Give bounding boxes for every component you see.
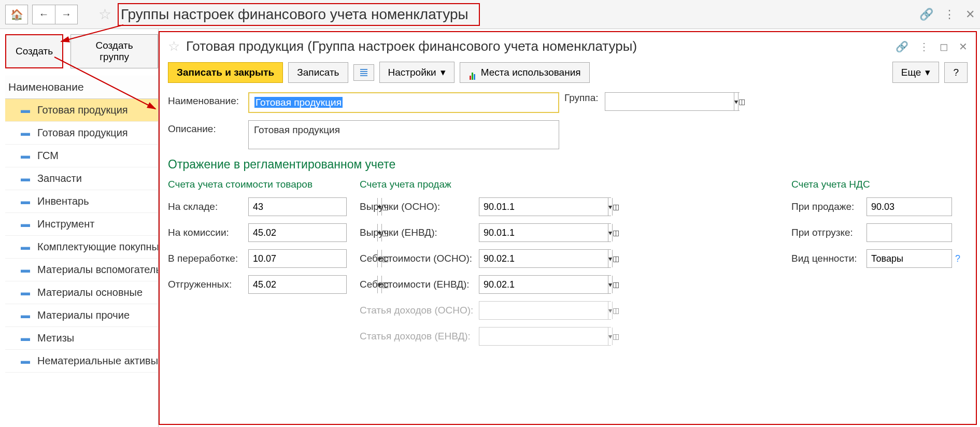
link-icon[interactable]: 🔗 xyxy=(919,8,933,21)
account-input[interactable] xyxy=(867,198,977,216)
combo-open-icon[interactable]: ◫ xyxy=(612,302,619,319)
list-item-label: Инструмент xyxy=(37,218,94,230)
account-input[interactable] xyxy=(867,250,977,267)
form-link-icon[interactable]: 🔗 xyxy=(896,40,908,53)
list-item[interactable]: ▬Метизы xyxy=(5,327,158,350)
item-dash-icon: ▬ xyxy=(21,173,30,184)
combo-dropdown-icon[interactable]: ▾ xyxy=(608,328,612,345)
list-icon-button[interactable] xyxy=(353,64,374,81)
account-input[interactable] xyxy=(249,198,377,216)
combo-dropdown-icon[interactable]: ▾ xyxy=(608,302,612,319)
list-item[interactable]: ▬Готовая продукция xyxy=(5,122,158,145)
col2-title: Счета учета продаж xyxy=(360,179,619,190)
combo-dropdown-icon[interactable]: ▾ xyxy=(608,276,612,293)
list-item-label: Материалы вспомогательные xyxy=(37,264,158,276)
list-item-label: Готовая продукция xyxy=(37,127,128,139)
account-input[interactable] xyxy=(479,224,608,241)
account-label: На комиссии: xyxy=(168,227,248,238)
account-label: На складе: xyxy=(168,201,248,212)
item-dash-icon: ▬ xyxy=(21,355,30,366)
form-title: Готовая продукция (Группа настроек финан… xyxy=(186,38,896,54)
list-item[interactable]: ▬Инструмент xyxy=(5,213,158,236)
combo-dropdown-icon[interactable]: ▾ xyxy=(608,198,612,216)
list-item-label: Материалы основные xyxy=(37,287,143,298)
combo-dropdown-icon[interactable]: ▾ xyxy=(734,93,738,110)
create-group-button[interactable]: Создать группу xyxy=(70,34,158,68)
list-item[interactable]: ▬Инвентарь xyxy=(5,190,158,213)
more-button[interactable]: Еще ▾ xyxy=(892,62,940,83)
account-label: В переработке: xyxy=(168,253,248,264)
section-title: Отражение в регламентированном учете xyxy=(168,158,968,172)
combo-open-icon[interactable]: ◫ xyxy=(612,224,619,241)
form-close-icon[interactable]: ✕ xyxy=(959,40,968,53)
account-label: Себестоимости (ОСНО): xyxy=(360,253,479,264)
list-item[interactable]: ▬Материалы вспомогательные xyxy=(5,259,158,281)
account-input[interactable] xyxy=(867,224,977,241)
account-input[interactable] xyxy=(479,198,608,216)
item-dash-icon: ▬ xyxy=(21,333,30,344)
form-kebab-icon[interactable]: ⋮ xyxy=(919,40,929,53)
list-item-label: Запчасти xyxy=(37,173,82,184)
combo-open-icon[interactable]: ◫ xyxy=(612,198,619,216)
item-dash-icon: ▬ xyxy=(21,196,30,207)
list-item-label: Нематериальные активы xyxy=(37,355,158,367)
account-label: При отгрузке: xyxy=(791,227,867,238)
desc-label: Описание: xyxy=(168,120,248,135)
list-item-label: Материалы прочие xyxy=(37,309,130,321)
help-button[interactable]: ? xyxy=(944,62,968,83)
combo-dropdown-icon[interactable]: ▾ xyxy=(608,250,612,267)
list-item[interactable]: ▬Материалы прочие xyxy=(5,304,158,327)
combo-open-icon[interactable]: ◫ xyxy=(612,276,619,293)
left-panel: Создать Создать группу Наименование ▬Гот… xyxy=(0,29,159,427)
list-item[interactable]: ▬Запчасти xyxy=(5,167,158,190)
account-label: Статья доходов (ОСНО): xyxy=(360,305,479,316)
combo-open-icon[interactable]: ◫ xyxy=(612,328,619,345)
chevron-down-icon: ▾ xyxy=(925,66,930,78)
account-label: Себестоимости (ЕНВД): xyxy=(360,279,479,290)
save-close-button[interactable]: Записать и закрыть xyxy=(168,62,283,83)
kebab-icon[interactable]: ⋮ xyxy=(944,8,955,21)
list-item[interactable]: ▬Готовая продукция xyxy=(5,99,158,122)
account-input[interactable] xyxy=(479,302,608,319)
account-input[interactable] xyxy=(479,276,608,293)
group-input[interactable] xyxy=(605,93,734,110)
account-input[interactable] xyxy=(249,250,377,267)
list-item[interactable]: ▬Комплектующие покупные xyxy=(5,236,158,259)
combo-dropdown-icon[interactable]: ▾ xyxy=(608,224,612,241)
combo-open-icon[interactable]: ◫ xyxy=(612,250,619,267)
save-button[interactable]: Записать xyxy=(288,62,348,83)
name-input[interactable]: Готовая продукция xyxy=(248,92,559,113)
lines-icon xyxy=(360,69,367,76)
list-header[interactable]: Наименование xyxy=(5,76,158,99)
list-item[interactable]: ▬Нематериальные активы xyxy=(5,350,158,373)
create-button[interactable]: Создать xyxy=(5,34,63,68)
list-item-label: Метизы xyxy=(37,332,74,344)
list-item[interactable]: ▬ГСМ xyxy=(5,145,158,167)
list-item-label: ГСМ xyxy=(37,150,59,162)
settings-button[interactable]: Настройки ▾ xyxy=(379,62,455,83)
item-dash-icon: ▬ xyxy=(21,150,30,161)
account-label: Выручки (ОСНО): xyxy=(360,201,479,212)
back-button[interactable]: ← xyxy=(32,5,55,24)
list-item-label: Готовая продукция xyxy=(37,104,128,116)
account-input[interactable] xyxy=(479,328,608,345)
home-button[interactable]: 🏠 xyxy=(5,5,28,24)
combo-open-icon[interactable]: ◫ xyxy=(738,93,745,110)
col3-title: Счета учета НДС xyxy=(791,179,968,190)
item-dash-icon: ▬ xyxy=(21,310,30,321)
desc-input[interactable]: Готовая продукция xyxy=(248,120,559,149)
list-item-label: Комплектующие покупные xyxy=(37,241,158,253)
form-star-icon[interactable]: ☆ xyxy=(168,38,180,54)
account-label: При продаже: xyxy=(791,201,867,212)
usage-button[interactable]: Места использования xyxy=(460,62,590,83)
forward-button[interactable]: → xyxy=(55,5,78,24)
list-item[interactable]: ▬Материалы основные xyxy=(5,281,158,304)
account-label: Вид ценности: xyxy=(791,253,867,264)
account-input[interactable] xyxy=(249,224,377,241)
close-icon[interactable]: ✕ xyxy=(965,8,975,21)
star-icon[interactable]: ☆ xyxy=(98,6,111,23)
form-maximize-icon[interactable]: ◻ xyxy=(940,40,948,53)
account-input[interactable] xyxy=(479,250,608,267)
help-icon[interactable]: ? xyxy=(955,253,960,264)
account-input[interactable] xyxy=(249,276,377,293)
